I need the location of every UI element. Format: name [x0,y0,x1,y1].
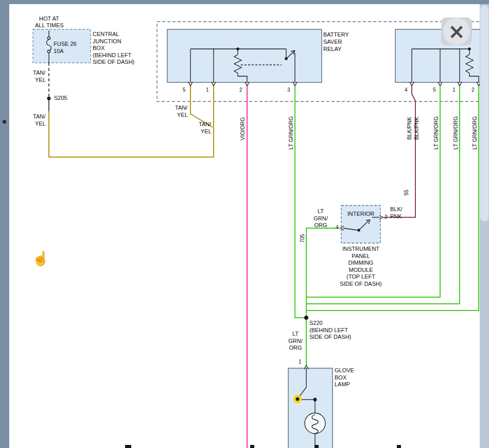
glove-box-lamp-label: GLOVE BOX LAMP [335,367,354,388]
relay-right-pin-5: 5 [433,87,436,94]
interior-label: INTERIOR [341,211,380,218]
frame-top [0,0,489,4]
relay-pin-2: 2 [239,87,242,94]
wiring-diagram-canvas: × [0,0,489,448]
close-icon[interactable]: × [448,20,465,43]
glove-lamp-dot [313,398,317,402]
s220-label: S220 (BEHIND LEFT SIDE OF DASH) [309,320,351,341]
wire-label-lt-grn-org-pin3: LT GRN/ORG [288,116,294,149]
relay-right-pin-2: 2 [471,87,475,94]
dimmer-pin-4: 4 [336,224,339,231]
dimmer-switch-pivot-dot [357,229,360,232]
wire-tan-yel-main [49,86,214,157]
relay-right-coil-dot [468,47,471,50]
scrollbar-track[interactable] [480,4,489,448]
relay-coil-dot [236,47,239,50]
s220-splice-dot [304,316,308,320]
dimmer-pin-2: 2 [385,214,388,221]
wire-label-vio-org: VIO/ORG [239,117,246,141]
frame-left [0,0,9,448]
relay-right-pin-1: 1 [452,87,456,94]
hot-at-label-line1: HOT AT [39,15,59,23]
wire-label-lt-grn-org-c: LT GRN/ORG [471,116,478,149]
fuse-rating: 10A [54,48,64,55]
wire-label-blk-pnk-1: BLK/PNK [406,117,412,140]
close-button[interactable]: × [441,18,472,45]
relay-right-pin-4: 4 [405,87,408,94]
wire-label-lt-grn-org-a: LT GRN/ORG [433,116,439,149]
battery-saver-relay-label: BATTERY SAVER RELAY [323,31,349,53]
relay-pin-5: 5 [183,87,186,94]
glove-switch-dot [296,398,300,401]
wire-label-lt-grn-org-glove: LT GRN/ ORG [284,331,307,352]
wire-label-tan-yel-4: TAN/ YEL [199,121,212,135]
relay-pin-3: 3 [287,87,290,94]
cutoff-ticks [125,445,401,448]
wire-label-tan-yel-1: TAN/ YEL [33,70,46,83]
wire-label-lt-grn-org-b: LT GRN/ORG [452,116,459,149]
wire-blk-pnk [383,86,415,217]
s205-label: S205 [54,95,67,102]
hand-cursor-icon: ☝ [32,250,49,267]
circuit-705-label: 705 [300,234,305,243]
scrollbar-thumb[interactable] [480,5,488,221]
relay-pin-1: 1 [206,87,209,94]
fuse-name: FUSE 26 [54,41,77,48]
wire-label-blk-pnk-dimmer: BLK/ PNK [390,206,403,220]
wire-lt-grn-org-pin3 [295,86,305,318]
frame-left-dot [3,120,6,124]
wire-label-blk-pnk-2: BLK/PNK [413,117,420,140]
wiring-diagram-viewer: × HOT AT ALL TIMES FUSE 26 10A CENTRAL J… [0,0,489,448]
relay-switch-pivot-dot [285,57,288,60]
wire-label-tan-yel-2: TAN/ YEL [33,113,46,127]
wire-label-lt-grn-org-dimmer: LT GRN/ ORG [309,208,333,229]
glove-box-lamp-box [288,368,333,448]
central-junction-box-label: CENTRAL JUNCTION BOX (BEHIND LEFT SIDE O… [93,31,134,66]
dimming-module-caption: INSTRUMENT PANEL DIMMING MODULE (TOP LEF… [335,246,387,287]
hot-at-label-line2: ALL TIMES [35,22,64,29]
wire-label-tan-yel-3: TAN/ YEL [175,105,188,118]
glove-pin-1: 1 [299,358,302,366]
circuit-55-label: 55 [404,189,409,195]
